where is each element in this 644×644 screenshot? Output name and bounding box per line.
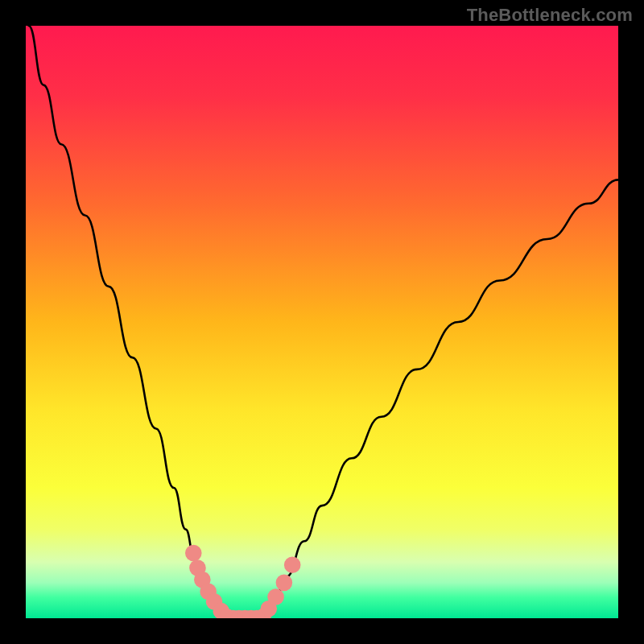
curve-right-curve (262, 180, 618, 618)
curve-lines (29, 26, 618, 618)
curve-left-curve (29, 26, 228, 618)
data-point (267, 588, 284, 605)
data-point (276, 575, 293, 592)
plot-area (26, 26, 618, 618)
scatter-markers (185, 545, 301, 618)
data-point (284, 556, 301, 573)
curve-layer (26, 26, 618, 618)
watermark-text: TheBottleneck.com (467, 5, 633, 26)
chart-frame: TheBottleneck.com (0, 0, 644, 644)
data-point (185, 545, 202, 562)
